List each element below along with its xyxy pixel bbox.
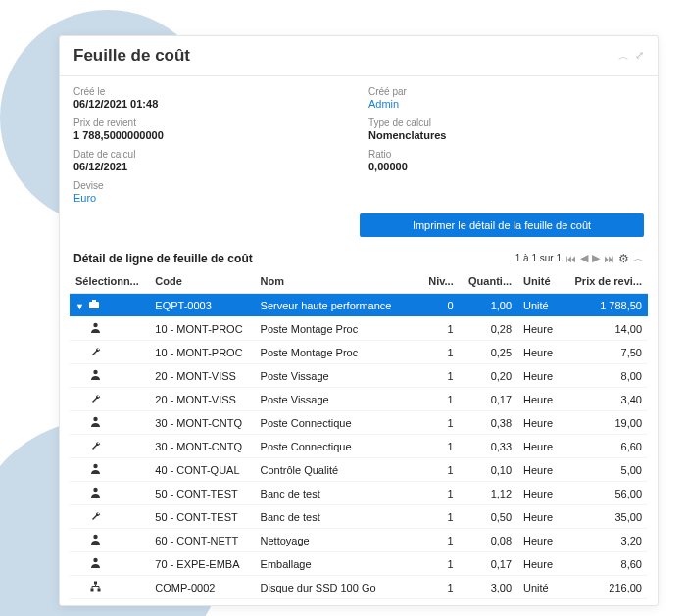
svg-rect-11	[97, 589, 100, 592]
person-icon	[89, 557, 101, 570]
person-icon	[89, 534, 101, 546]
col-select[interactable]: Sélectionn...	[70, 271, 149, 294]
table-row[interactable]: 50 - CONT-TESTBanc de test10,50Heure35,0…	[70, 505, 648, 529]
table-row[interactable]: 10 - MONT-PROCPoste Montage Proc10,25Heu…	[70, 341, 648, 364]
cell-qty: 0,10	[460, 458, 517, 482]
cell-name: Poste Connectique	[255, 435, 420, 458]
cell-name: Serveur haute performance	[255, 294, 420, 317]
expand-icon[interactable]: ⤢	[635, 49, 644, 64]
cell-unit: Heure	[517, 388, 564, 411]
svg-point-7	[93, 535, 97, 539]
cell-name: Poste Montage Proc	[255, 341, 420, 364]
cell-name: Poste Vissage	[255, 388, 420, 411]
table-row[interactable]: 50 - CONT-TESTBanc de test11,12Heure56,0…	[70, 482, 648, 505]
cell-level: 1	[420, 576, 460, 599]
cell-unit: Heure	[517, 529, 564, 552]
person-icon	[89, 322, 101, 335]
cell-qty: 0,50	[460, 505, 517, 529]
collapse-icon[interactable]: ︿	[618, 49, 629, 64]
pager-prev-icon[interactable]: ◀	[580, 252, 588, 264]
table-row[interactable]: 60 - CONT-NETTNettoyage10,08Heure3,20	[70, 529, 648, 552]
cell-price: 19,00	[564, 411, 648, 435]
ratio-label: Ratio	[368, 149, 644, 160]
panel-title: Feuille de coût	[74, 46, 190, 66]
cell-name: Disque dur SSD 100 Go	[255, 576, 420, 599]
info-grid: Créé le 06/12/2021 01:48 Créé par Admin …	[60, 76, 658, 210]
svg-point-5	[93, 464, 97, 468]
cell-code: 60 - CONT-NETT	[149, 529, 254, 552]
pager-last-icon[interactable]: ⏭	[604, 253, 614, 264]
cell-qty: 1,12	[460, 482, 517, 505]
table-row[interactable]: 20 - MONT-VISSPoste Vissage10,17Heure3,4…	[70, 388, 648, 411]
created-on-value: 06/12/2021 01:48	[74, 98, 349, 110]
cell-price: 8,00	[564, 364, 648, 388]
col-qty[interactable]: Quanti...	[460, 271, 517, 294]
created-on-label: Créé le	[74, 86, 349, 97]
cell-level: 1	[420, 317, 460, 341]
cell-price: 3,40	[564, 388, 648, 411]
cell-qty: 0,28	[460, 317, 517, 341]
cell-price: 5,00	[564, 458, 648, 482]
cell-level: 0	[420, 294, 460, 317]
collapse-detail-icon[interactable]: ︿	[633, 251, 644, 265]
detail-table: Sélectionn... Code Nom Niv... Quanti... …	[70, 271, 648, 599]
svg-rect-1	[92, 300, 96, 302]
cell-qty: 0,08	[460, 529, 517, 552]
cell-price: 8,60	[564, 552, 648, 576]
cell-level: 1	[420, 411, 460, 435]
cost-price-label: Prix de revient	[74, 118, 349, 128]
col-price[interactable]: Prix de revi...	[564, 271, 648, 294]
created-by-value[interactable]: Admin	[368, 98, 644, 110]
table-row[interactable]: COMP-0002Disque dur SSD 100 Go13,00Unité…	[70, 576, 648, 599]
pager: 1 à 1 sur 1 ⏮ ◀ ▶ ⏭ ⚙ ︿	[515, 251, 644, 265]
wrench-icon	[89, 393, 101, 405]
cell-name: Contrôle Qualité	[255, 458, 420, 482]
col-name[interactable]: Nom	[255, 271, 420, 294]
cell-name: Poste Vissage	[255, 364, 420, 388]
cell-unit: Heure	[517, 364, 564, 388]
cell-price: 6,60	[564, 435, 648, 458]
cell-level: 1	[420, 435, 460, 458]
col-level[interactable]: Niv...	[420, 271, 460, 294]
print-detail-button[interactable]: Imprimer le détail de la feuille de coût	[360, 213, 644, 237]
cell-code: EQPT-0003	[149, 294, 254, 317]
table-row[interactable]: 30 - MONT-CNTQPoste Connectique10,38Heur…	[70, 411, 648, 435]
currency-label: Devise	[74, 180, 349, 191]
cell-name: Poste Montage Proc	[255, 317, 420, 341]
cell-unit: Unité	[517, 294, 564, 317]
cell-qty: 0,20	[460, 364, 517, 388]
calc-type-value: Nomenclatures	[368, 129, 644, 141]
table-row[interactable]: 40 - CONT-QUALContrôle Qualité10,10Heure…	[70, 458, 648, 482]
wrench-icon	[89, 440, 101, 452]
svg-point-8	[93, 558, 97, 562]
cell-code: 50 - CONT-TEST	[149, 505, 254, 529]
pager-next-icon[interactable]: ▶	[592, 252, 600, 264]
cell-name: Nettoyage	[255, 529, 420, 552]
ratio-value: 0,00000	[368, 161, 644, 172]
table-row[interactable]: 30 - MONT-CNTQPoste Connectique10,33Heur…	[70, 435, 648, 458]
cell-qty: 3,00	[460, 576, 517, 599]
wrench-icon	[89, 346, 101, 358]
col-code[interactable]: Code	[149, 271, 254, 294]
table-row[interactable]: 20 - MONT-VISSPoste Vissage10,20Heure8,0…	[70, 364, 648, 388]
settings-gear-icon[interactable]: ⚙	[618, 252, 629, 265]
cell-level: 1	[420, 505, 460, 529]
cell-level: 1	[420, 388, 460, 411]
table-row[interactable]: 70 - EXPE-EMBAEmballage10,17Heure8,60	[70, 552, 648, 576]
cell-code: 20 - MONT-VISS	[149, 388, 254, 411]
cell-code: COMP-0002	[149, 576, 254, 599]
table-row[interactable]: ▼EQPT-0003Serveur haute performance01,00…	[70, 294, 648, 317]
cell-code: 30 - MONT-CNTQ	[149, 435, 254, 458]
table-row[interactable]: 10 - MONT-PROCPoste Montage Proc10,28Heu…	[70, 317, 648, 341]
expand-row-icon[interactable]: ▼	[75, 302, 84, 311]
col-unit[interactable]: Unité	[517, 271, 564, 294]
cell-price: 56,00	[564, 482, 648, 505]
pager-first-icon[interactable]: ⏮	[565, 253, 576, 264]
cell-code: 10 - MONT-PROC	[149, 341, 254, 364]
cell-code: 20 - MONT-VISS	[149, 364, 254, 388]
person-icon	[89, 416, 101, 429]
currency-value[interactable]: Euro	[74, 192, 349, 204]
cell-level: 1	[420, 341, 460, 364]
cell-code: 40 - CONT-QUAL	[149, 458, 254, 482]
cost-price-value: 1 788,5000000000	[74, 129, 349, 141]
